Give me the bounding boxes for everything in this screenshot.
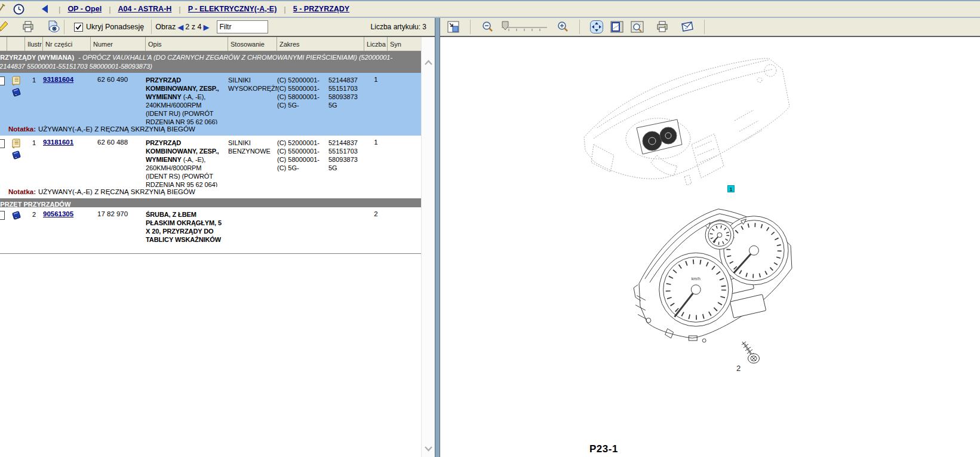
zoom-slider[interactable]	[500, 20, 549, 33]
illustration-canvas[interactable]: 1	[440, 37, 980, 457]
part-number-link[interactable]: 93181601	[43, 139, 73, 146]
image-next-arrow[interactable]: ▶	[201, 23, 211, 31]
row-select-cell	[0, 210, 7, 253]
catalog-book-icon[interactable]	[11, 210, 21, 220]
cell-range	[277, 210, 364, 253]
breadcrumb-item-subgroup[interactable]: 5 - PRZYRZĄDY	[293, 5, 349, 13]
dashboard-line-drawing	[567, 49, 803, 185]
range-to: 52144837 55151703 58093873 5G	[328, 139, 358, 187]
cell-part-number: 93181604	[43, 76, 91, 124]
history-clock-icon[interactable]	[12, 2, 25, 16]
note-row: Notatka:UŻYWANY(-A,-E) Z RĘCZNĄ SKRZYNIĄ…	[0, 187, 421, 198]
cell-part-number: 90561305	[43, 210, 91, 253]
cell-description: PRZYRZĄD KOMBINOWANY, ZESP., WYMIENNY (-…	[146, 139, 228, 187]
image-prev-arrow[interactable]: ◀	[176, 23, 185, 31]
cell-usage: SILNIKI BENZYNOWE	[228, 139, 277, 187]
header-nr-czesci[interactable]: Nr części	[43, 37, 91, 51]
cell-syn	[388, 139, 421, 187]
header-ilustr[interactable]: Ilustr	[25, 37, 43, 51]
panel-splitter[interactable]	[435, 18, 440, 457]
row-icons-cell	[7, 76, 25, 124]
cell-number: 62 60 488	[91, 139, 146, 187]
range-from: (C) 52000001- (C) 55000001- (C) 58000001…	[277, 139, 328, 187]
header-select-column	[0, 37, 7, 51]
header-icons-column	[7, 37, 25, 51]
svg-text:km/h: km/h	[692, 277, 701, 281]
toolbar-separator	[151, 20, 152, 34]
catalog-book-icon[interactable]	[11, 150, 21, 160]
print-image-icon[interactable]	[655, 20, 669, 34]
zoom-in-icon[interactable]	[555, 20, 570, 34]
table-row[interactable]: 1 93181601 62 60 488 PRZYRZĄD KOMBINOWAN…	[0, 136, 421, 187]
toolbar-separator	[704, 20, 705, 34]
document-note-icon[interactable]	[11, 139, 21, 149]
article-count-label: Liczba artykułu: 3	[371, 23, 426, 31]
fit-view-icon[interactable]	[446, 20, 460, 34]
note-label: Notatka:	[8, 125, 36, 133]
row-icons-cell	[7, 139, 25, 187]
cell-usage: SILNIKI WYSOKOPRĘŻN	[228, 76, 277, 124]
row-checkbox[interactable]	[0, 139, 5, 148]
cell-quantity: 2	[364, 210, 388, 253]
table-row[interactable]: 2 90561305 17 82 970 ŚRUBA, Z ŁBEM PŁASK…	[0, 207, 421, 254]
print-icon[interactable]	[21, 20, 35, 34]
breadcrumb-item-group[interactable]: P - ELEKTRYCZNY(-A,-E)	[188, 5, 277, 13]
parts-list-scrollbar[interactable]	[421, 37, 435, 457]
instrument-cluster-drawing[interactable]: km/h	[632, 196, 798, 344]
note-text: UŻYWANY(-A,-E) Z RĘCZNĄ SKRZYNIĄ BIEGÓW	[38, 125, 195, 133]
callout-2-label: 2	[736, 364, 741, 373]
image-nav-label: Obraz	[155, 23, 176, 31]
figure-code-label: P23-1	[589, 443, 618, 455]
edit-pencil-icon[interactable]	[0, 20, 10, 34]
toolbar-separator	[470, 20, 471, 34]
cell-number: 62 60 490	[91, 76, 146, 124]
catalog-book-icon[interactable]	[11, 87, 21, 97]
header-liczba[interactable]: Liczba	[364, 37, 388, 51]
row-select-cell	[0, 76, 7, 124]
screw-drawing[interactable]	[738, 339, 761, 367]
filter-input[interactable]	[217, 20, 268, 33]
breadcrumb-separator: |	[56, 5, 63, 14]
parts-table-body: PRZYRZĄDY (WYMIANA) - OPRÓCZ VAUXHALL'A …	[0, 51, 421, 254]
zoom-out-icon[interactable]	[480, 20, 494, 34]
breadcrumb-separator: |	[281, 5, 288, 14]
header-opis[interactable]: Opis	[146, 37, 228, 51]
cell-ilustr: 1	[25, 139, 43, 187]
header-numer[interactable]: Numer	[91, 37, 146, 51]
select-region-icon[interactable]	[610, 20, 624, 34]
table-row[interactable]: 1 93181604 62 60 490 PRZYRZĄD KOMBINOWAN…	[0, 73, 421, 124]
scroll-down-icon[interactable]	[424, 446, 433, 452]
group-title: PRZYRZĄDY (WYMIANA)	[0, 54, 74, 61]
cell-description: ŚRUBA, Z ŁBEM PŁASKIM OKRĄGŁYM, 5 X 20, …	[146, 210, 228, 253]
range-from	[277, 210, 328, 253]
send-mail-icon[interactable]	[680, 20, 695, 34]
row-checkbox[interactable]	[0, 211, 5, 220]
clipped-edge-icon	[0, 2, 7, 16]
cell-usage	[228, 210, 277, 253]
part-number-link[interactable]: 93181604	[43, 76, 73, 83]
row-select-cell	[0, 139, 7, 187]
breadcrumb-item-model[interactable]: A04 - ASTRA-H	[118, 5, 172, 13]
note-row: Notatka:UŻYWANY(-A,-E) Z RĘCZNĄ SKRZYNIĄ…	[0, 124, 421, 136]
cell-part-number: 93181601	[43, 139, 91, 187]
breadcrumb: | OP - Opel | A04 - ASTRA-H | P - ELEKTR…	[0, 0, 980, 18]
header-zakres[interactable]: Zakres	[277, 37, 364, 51]
pan-icon[interactable]	[589, 20, 604, 34]
row-checkbox[interactable]	[0, 76, 5, 85]
zoom-region-icon[interactable]	[630, 20, 644, 34]
hide-past-session-checkbox[interactable]	[74, 23, 83, 32]
callout-1-marker[interactable]: 1	[727, 185, 735, 192]
group-title: SPRZĘT PRZYRZĄDÓW	[0, 201, 70, 207]
parts-list-toolbar: Ukryj Ponadsesję Obraz ◀ 2 z 4 ▶ Liczba …	[0, 18, 435, 37]
cell-quantity: 1	[364, 76, 388, 124]
cell-range: (C) 52000001- (C) 55000001- (C) 58000001…	[277, 76, 364, 124]
header-stosowanie[interactable]: Stosowanie	[228, 37, 277, 51]
part-number-link[interactable]: 90561305	[43, 210, 73, 217]
back-arrow-icon[interactable]	[38, 2, 51, 16]
cell-ilustr: 2	[25, 210, 43, 253]
document-note-icon[interactable]	[11, 76, 21, 86]
print-preview-icon[interactable]	[46, 20, 60, 34]
breadcrumb-item-make[interactable]: OP - Opel	[67, 5, 102, 13]
header-syn[interactable]: Syn	[388, 37, 421, 51]
scroll-up-icon[interactable]	[424, 60, 433, 66]
